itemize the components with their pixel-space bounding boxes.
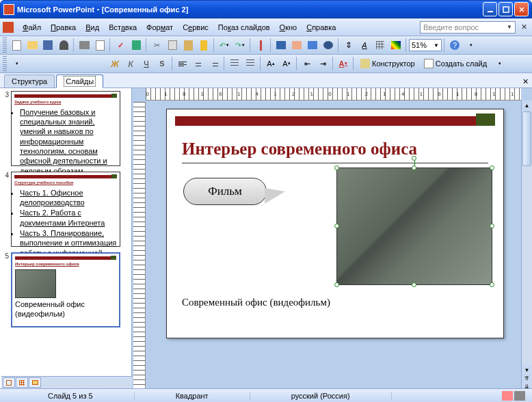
- ink-button[interactable]: [253, 38, 268, 53]
- scroll-up-button[interactable]: ▲: [522, 100, 532, 111]
- decrease-indent-button[interactable]: ⇤: [300, 56, 315, 71]
- rotate-handle[interactable]: [412, 156, 416, 161]
- status-language[interactable]: русский (Россия): [250, 392, 392, 400]
- window-title: Microsoft PowerPoint - [Современный офис…: [17, 5, 483, 14]
- scrollbar-thumb[interactable]: [522, 111, 531, 166]
- numbered-list-button[interactable]: [227, 56, 242, 71]
- menu-insert[interactable]: Вставка: [104, 22, 142, 33]
- menu-help[interactable]: Справка: [302, 22, 341, 33]
- app-icon: [3, 22, 14, 33]
- resize-handle[interactable]: [490, 282, 494, 287]
- increase-font-button[interactable]: A▴: [263, 56, 278, 71]
- scroll-down-button[interactable]: ▼: [522, 365, 532, 373]
- resize-handle[interactable]: [412, 165, 416, 170]
- menubar: Файл Правка Вид Вставка Формат Сервис По…: [0, 18, 532, 36]
- svg-rect-0: [488, 11, 493, 12]
- menu-file[interactable]: Файл: [18, 22, 46, 33]
- slide-title[interactable]: Интерьер современного офиса: [182, 139, 417, 159]
- menu-service[interactable]: Сервис: [178, 22, 213, 33]
- open-button[interactable]: [25, 38, 40, 53]
- prev-slide-button[interactable]: ⇈: [522, 373, 532, 381]
- bulleted-list-button[interactable]: [243, 56, 258, 71]
- minimize-button[interactable]: [483, 2, 497, 16]
- expand-all-button[interactable]: ⇕: [341, 38, 356, 53]
- save-button[interactable]: [40, 38, 55, 53]
- show-formatting-button[interactable]: A: [357, 38, 372, 53]
- italic-button[interactable]: К: [123, 56, 138, 71]
- color-grayscale-button[interactable]: [388, 38, 403, 53]
- shadow-button[interactable]: S: [155, 56, 170, 71]
- close-pane-button[interactable]: ✕: [521, 76, 532, 88]
- resize-handle[interactable]: [334, 224, 339, 228]
- resize-handle[interactable]: [490, 165, 494, 170]
- menu-edit[interactable]: Правка: [46, 22, 81, 33]
- print-button[interactable]: [77, 38, 92, 53]
- video-placeholder[interactable]: [336, 168, 492, 285]
- thumbnail-5[interactable]: 5 Интерьер современного офиса Современны…: [1, 252, 130, 327]
- powerpoint-icon: [3, 4, 14, 15]
- normal-view-button[interactable]: [3, 377, 15, 388]
- toolbar-arrow[interactable]: ▾: [9, 56, 24, 71]
- decrease-font-button[interactable]: A▾: [279, 56, 294, 71]
- copy-button[interactable]: [165, 38, 180, 53]
- permission-button[interactable]: [56, 38, 71, 53]
- cut-button[interactable]: ✂: [149, 38, 164, 53]
- maximize-button[interactable]: [498, 2, 513, 16]
- status-icon[interactable]: [514, 391, 525, 401]
- slideshow-button[interactable]: [29, 377, 41, 388]
- help-button[interactable]: ?: [447, 38, 462, 53]
- statusbar: Слайд 5 из 5 Квадрант русский (Россия): [0, 388, 532, 402]
- chart-button[interactable]: [274, 38, 289, 53]
- print-preview-button[interactable]: [92, 38, 107, 53]
- font-color-button[interactable]: A▾: [336, 56, 351, 71]
- vertical-scrollbar[interactable]: ▲ ▼ ⇈ ⇊: [521, 100, 532, 390]
- toolbar-grip[interactable]: [3, 56, 7, 71]
- slide-sorter-button[interactable]: [16, 377, 28, 388]
- grid-button[interactable]: [373, 38, 388, 53]
- spelling-button[interactable]: ✓: [113, 38, 128, 53]
- tab-structure[interactable]: Структура: [4, 75, 55, 88]
- slide-caption[interactable]: Современный офис (видеофильм): [182, 297, 330, 308]
- underline-button[interactable]: Ч: [139, 56, 154, 71]
- tab-slides[interactable]: Слайды: [56, 75, 103, 88]
- menu-format[interactable]: Формат: [142, 22, 178, 33]
- new-button[interactable]: [9, 38, 24, 53]
- menu-view[interactable]: Вид: [81, 22, 104, 33]
- close-button[interactable]: [514, 2, 529, 16]
- align-center-button[interactable]: [191, 56, 206, 71]
- align-left-button[interactable]: [175, 56, 190, 71]
- resize-handle[interactable]: [412, 282, 416, 287]
- help-search-input[interactable]: Введите вопрос▼: [420, 21, 516, 34]
- paste-button[interactable]: [181, 38, 196, 53]
- close-document-button[interactable]: ✕: [518, 22, 529, 33]
- menu-slideshow[interactable]: Показ слайдов: [213, 22, 275, 33]
- increase-indent-button[interactable]: ⇥: [315, 56, 330, 71]
- resize-handle[interactable]: [334, 282, 339, 287]
- format-painter-button[interactable]: [196, 38, 211, 53]
- new-slide-button[interactable]: Создать слайд: [420, 56, 491, 71]
- bold-button[interactable]: Ж: [107, 56, 122, 71]
- align-right-button[interactable]: [207, 56, 222, 71]
- thumbnail-3[interactable]: 3 Задачи учебного курса Получение базовы…: [1, 91, 130, 166]
- menu-window[interactable]: Окно: [275, 22, 302, 33]
- spell-status-icon[interactable]: [502, 391, 513, 401]
- hyperlink-button[interactable]: [321, 38, 336, 53]
- slide-canvas[interactable]: Интерьер современного офиса Фильм Соврем…: [166, 109, 504, 338]
- thumbnails-pane: 3 Задачи учебного курса Получение базовы…: [0, 88, 132, 402]
- status-layout: Квадрант: [135, 392, 250, 400]
- resize-handle[interactable]: [334, 165, 339, 170]
- redo-button[interactable]: ↷▾: [232, 38, 248, 53]
- tables-borders-button[interactable]: [305, 38, 320, 53]
- research-button[interactable]: [129, 38, 144, 53]
- design-button[interactable]: Конструктор: [356, 56, 419, 71]
- toolbar-grip[interactable]: [3, 38, 7, 53]
- table-button[interactable]: [289, 38, 304, 53]
- thumbnail-4[interactable]: 4 Структура учебного пособия Часть 1. Оф…: [1, 172, 130, 247]
- zoom-input[interactable]: 51%▼: [409, 39, 442, 51]
- callout-shape[interactable]: Фильм: [183, 178, 267, 205]
- undo-button[interactable]: ↶▾: [217, 38, 232, 53]
- toolbar-options-button[interactable]: ▾: [463, 38, 478, 53]
- toolbar-options-button[interactable]: ▾: [492, 56, 507, 71]
- resize-handle[interactable]: [490, 224, 494, 228]
- slide-header-bar: [175, 116, 495, 126]
